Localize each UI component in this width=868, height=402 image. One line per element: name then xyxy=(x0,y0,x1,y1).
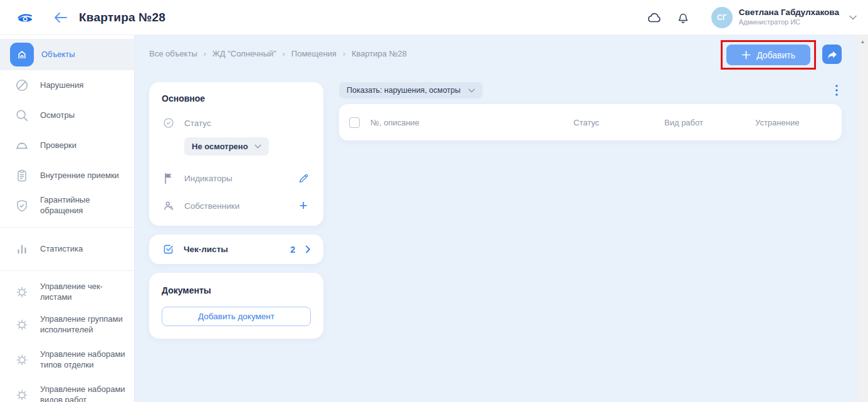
user-role: Администратор ИС xyxy=(739,18,839,27)
sidebar-item-manage-work-types[interactable]: Управление наборами видов работ xyxy=(0,378,134,402)
status-label: Статус xyxy=(184,119,211,128)
checklist-checkbox-icon xyxy=(162,243,175,256)
avatar[interactable]: СГ xyxy=(711,7,733,28)
sidebar-item-label: Управление чек-листами xyxy=(40,282,129,303)
sidebar-item-label: Управление группами исполнителей xyxy=(40,314,129,336)
column-header-fix: Устранение xyxy=(755,118,830,127)
back-arrow-icon[interactable] xyxy=(51,8,70,27)
breadcrumb-chevron-icon: › xyxy=(204,50,206,58)
checklists-count-badge: 2 xyxy=(290,245,295,255)
edit-pencil-icon[interactable] xyxy=(296,171,311,186)
kebab-menu-icon[interactable] xyxy=(832,83,842,97)
sidebar-item-internal-acceptance[interactable]: Внутренние приемки xyxy=(0,161,134,191)
breadcrumb-premises[interactable]: Помещения xyxy=(291,49,337,58)
owner-person-key-icon xyxy=(162,199,175,213)
breadcrumb: Все объекты › ЖД "Солнечный" › Помещения… xyxy=(149,49,407,58)
sidebar-item-manage-checklists[interactable]: Управление чек-листами xyxy=(0,277,134,307)
main-content: Все объекты › ЖД "Солнечный" › Помещения… xyxy=(135,35,857,402)
add-document-button[interactable]: Добавить документ xyxy=(162,307,311,326)
scrollbar-up-arrow-icon[interactable]: ▲ xyxy=(857,39,868,45)
sidebar-item-label: Управление наборами типов отделки xyxy=(40,349,129,371)
chevron-down-icon xyxy=(254,144,261,149)
select-all-checkbox[interactable] xyxy=(349,117,360,128)
home-icon xyxy=(10,43,34,66)
user-meta[interactable]: Светлана Габдулхакова Администратор ИС xyxy=(739,8,839,27)
sidebar-item-checks[interactable]: Проверки xyxy=(0,130,134,161)
documents-title: Документы xyxy=(162,285,311,295)
add-button[interactable]: Добавить xyxy=(726,45,810,65)
breadcrumb-chevron-icon: › xyxy=(343,50,345,58)
user-menu-chevron-down-icon[interactable] xyxy=(849,15,857,20)
column-header-work-type: Вид работ xyxy=(664,118,755,127)
show-filter-select[interactable]: Показать: нарушения, осмотры xyxy=(339,82,483,98)
sidebar-item-label: Гарантийные обращения xyxy=(40,195,129,216)
add-button-label: Добавить xyxy=(756,50,795,60)
main-info-card: Основное Статус Не осмотрено xyxy=(149,82,323,226)
breadcrumb-chevron-icon: › xyxy=(283,50,285,58)
app-logo-eye-icon[interactable] xyxy=(13,9,40,26)
hard-hat-icon xyxy=(14,137,30,154)
cloud-icon[interactable] xyxy=(645,8,664,27)
indicators-label: Индикаторы xyxy=(184,174,233,183)
sidebar-item-violations[interactable]: Нарушения xyxy=(0,70,134,100)
sidebar-item-label: Статистика xyxy=(40,244,83,255)
violations-circle-slash-icon xyxy=(14,77,30,93)
documents-card: Документы Добавить документ xyxy=(149,273,323,339)
breadcrumb-all-objects[interactable]: Все объекты xyxy=(149,49,197,58)
sidebar-divider xyxy=(0,227,134,228)
sidebar-item-objects[interactable]: Объекты xyxy=(0,39,134,70)
shield-check-icon xyxy=(14,198,30,214)
sidebar-item-inspections[interactable]: Осмотры xyxy=(0,100,134,130)
owners-label: Собственники xyxy=(184,201,239,211)
column-header-status: Статус xyxy=(573,118,664,127)
sidebar-item-label: Нарушения xyxy=(40,80,83,91)
sidebar-item-label: Объекты xyxy=(41,50,75,60)
plus-icon xyxy=(741,50,751,60)
sidebar-item-warranty[interactable]: Гарантийные обращения xyxy=(0,191,134,221)
status-select[interactable]: Не осмотрено xyxy=(184,137,269,156)
clipboard-icon xyxy=(14,167,30,184)
sidebar-item-label: Управление наборами видов работ xyxy=(40,384,129,402)
vertical-scrollbar[interactable]: ▲ xyxy=(857,35,868,402)
gear-person-icon xyxy=(14,317,30,333)
table-header-row: №, описание Статус Вид работ Устранение xyxy=(339,104,842,140)
column-header-description: №, описание xyxy=(370,118,573,127)
sidebar-item-label: Проверки xyxy=(40,140,76,151)
status-value: Не осмотрено xyxy=(192,142,248,151)
checklists-card[interactable]: Чек-листы 2 xyxy=(149,235,323,264)
chevron-right-icon[interactable] xyxy=(305,245,311,253)
page-title: Квартира №28 xyxy=(79,11,165,24)
add-owner-plus-icon[interactable]: + xyxy=(296,198,311,213)
bell-icon[interactable] xyxy=(674,8,693,27)
share-arrow-icon xyxy=(827,50,837,60)
breadcrumb-complex[interactable]: ЖД "Солнечный" xyxy=(212,49,276,58)
main-card-title: Основное xyxy=(162,93,311,103)
sidebar-item-label: Внутренние приемки xyxy=(40,171,119,181)
flag-icon xyxy=(162,171,175,185)
magnifier-icon xyxy=(14,107,30,124)
sidebar-divider xyxy=(0,270,134,271)
user-name: Светлана Габдулхакова xyxy=(739,8,839,18)
sidebar-item-label: Осмотры xyxy=(40,110,75,121)
app-header: Квартира №28 СГ Светлана Габдулхакова Ад… xyxy=(0,0,868,35)
chevron-down-icon xyxy=(468,88,475,93)
checklists-label: Чек-листы xyxy=(184,245,228,254)
gear-icon xyxy=(14,387,30,402)
sidebar: Объекты Нарушения Осмотры Проверки Внутр… xyxy=(0,35,135,402)
share-button[interactable] xyxy=(822,45,842,64)
avatar-initials: СГ xyxy=(717,13,726,22)
gear-icon xyxy=(14,352,30,368)
sidebar-item-manage-executor-groups[interactable]: Управление группами исполнителей xyxy=(0,307,134,342)
gear-check-icon xyxy=(14,284,30,300)
bar-chart-icon xyxy=(14,241,30,257)
sidebar-item-manage-finish-types[interactable]: Управление наборами типов отделки xyxy=(0,342,134,378)
show-filter-label: Показать: нарушения, осмотры xyxy=(347,86,461,95)
sidebar-item-statistics[interactable]: Статистика xyxy=(0,234,134,264)
status-circle-check-icon xyxy=(162,116,175,130)
red-highlight-annotation: Добавить xyxy=(721,40,816,70)
breadcrumb-current: Квартира №28 xyxy=(352,49,407,58)
